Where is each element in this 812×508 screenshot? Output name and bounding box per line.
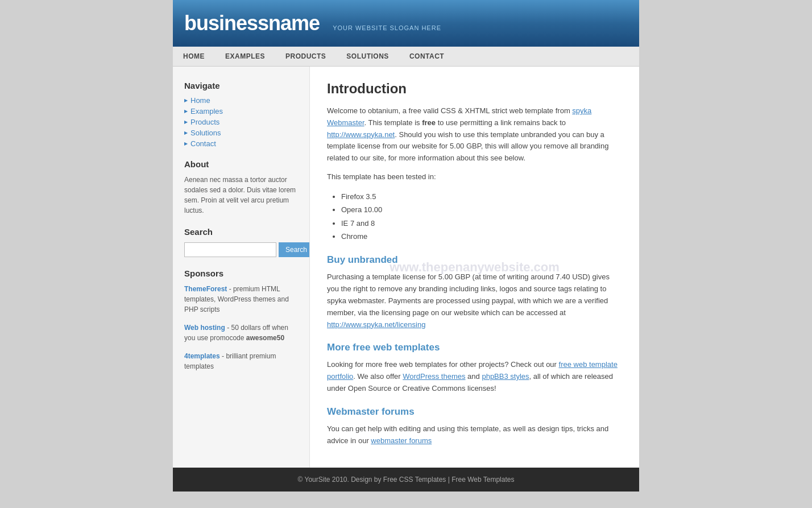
forums-text1: You can get help with editing and using … — [327, 424, 608, 445]
intro-text2: . This template is — [364, 118, 422, 127]
buy-paragraph: Purchasing a template license for 5.00 G… — [327, 271, 622, 331]
slogan: YOUR WEBSITE SLOGAN HERE — [333, 24, 441, 31]
content-wrapper: Navigate Home Examples Products Solution… — [173, 67, 639, 468]
forums-link[interactable]: webmaster forums — [371, 436, 432, 445]
search-input[interactable] — [184, 242, 276, 257]
search-heading: Search — [184, 227, 298, 237]
sidebar-link-solutions[interactable]: Solutions — [184, 129, 298, 137]
sponsor-themeforest-link[interactable]: ThemeForest — [184, 285, 227, 293]
sidebar-item-examples[interactable]: Examples — [184, 107, 298, 115]
intro-heading: Introduction — [327, 81, 622, 97]
search-row: Search — [184, 242, 298, 257]
sponsor-4templates-link[interactable]: 4templates — [184, 352, 220, 360]
more-link-wp[interactable]: WordPress themes — [403, 372, 465, 381]
intro-link-spykanet[interactable]: http://www.spyka.net — [327, 130, 395, 139]
nav-link-products[interactable]: PRODUCTS — [275, 47, 336, 66]
footer-separator: | — [446, 476, 451, 484]
more-text3: and — [466, 372, 482, 381]
nav-item-solutions[interactable]: SOLUTIONS — [336, 47, 399, 66]
brand: businessname YOUR WEBSITE SLOGAN HERE — [184, 11, 441, 35]
nav-item-examples[interactable]: EXAMPLES — [215, 47, 275, 66]
sidebar-item-solutions[interactable]: Solutions — [184, 129, 298, 137]
search-button[interactable]: Search — [279, 242, 314, 257]
search-section: Search Search — [184, 227, 298, 257]
sponsor-4templates: 4templates - brilliant premium templates — [184, 351, 298, 371]
main-nav: HOME EXAMPLES PRODUCTS SOLUTIONS CONTACT — [173, 47, 639, 67]
brand-regular: business — [184, 11, 268, 35]
sponsors-section: Sponsors ThemeForest - premium HTML temp… — [184, 269, 298, 371]
intro-text1: Welcome to obtanium, a free valid CSS & … — [327, 106, 572, 115]
more-paragraph: Looking for more free web templates for … — [327, 359, 622, 394]
about-text: Aenean nec massa a tortor auctor sodales… — [184, 175, 298, 216]
nav-link-home[interactable]: HOME — [173, 47, 215, 66]
intro-text3: to use permitting a link remains back to — [436, 118, 566, 127]
navigate-heading: Navigate — [184, 81, 298, 90]
intro-bold: free — [422, 118, 436, 127]
tested-item-ie: IE 7 and 8 — [341, 217, 622, 230]
header: businessname YOUR WEBSITE SLOGAN HERE — [173, 0, 639, 47]
more-text1: Looking for more free web templates for … — [327, 360, 559, 369]
footer-link-css[interactable]: Free CSS Templates — [383, 476, 446, 484]
intro-paragraph: Welcome to obtanium, a free valid CSS & … — [327, 105, 622, 164]
nav-link-examples[interactable]: EXAMPLES — [215, 47, 275, 66]
sidebar: Navigate Home Examples Products Solution… — [173, 67, 309, 468]
more-heading: More free web templates — [327, 342, 622, 353]
sidebar-nav-list: Home Examples Products Solutions Contact — [184, 96, 298, 148]
tested-item-chrome: Chrome — [341, 230, 622, 243]
sidebar-link-home[interactable]: Home — [184, 96, 298, 105]
forums-heading: Webmaster forums — [327, 406, 622, 418]
nav-item-contact[interactable]: CONTACT — [399, 47, 454, 66]
main-content: www.thepenanywebsite.com Introduction We… — [309, 67, 639, 468]
tested-list: Firefox 3.5 Opera 10.00 IE 7 and 8 Chrom… — [341, 190, 622, 243]
buy-link[interactable]: http://www.spyka.net/licensing — [327, 320, 425, 329]
buy-text: Purchasing a template license for 5.00 G… — [327, 272, 610, 316]
footer-link-web[interactable]: Free Web Templates — [451, 476, 514, 484]
footer-copyright: © YourSite 2010. Design by — [298, 476, 383, 484]
sidebar-link-products[interactable]: Products — [184, 118, 298, 126]
sidebar-item-products[interactable]: Products — [184, 118, 298, 126]
nav-item-products[interactable]: PRODUCTS — [275, 47, 336, 66]
buy-heading: Buy unbranded — [327, 254, 622, 266]
promo-code: awesome50 — [246, 334, 284, 342]
about-heading: About — [184, 159, 298, 169]
brand-text: businessname — [184, 11, 325, 35]
sidebar-item-home[interactable]: Home — [184, 96, 298, 105]
sidebar-link-examples[interactable]: Examples — [184, 107, 298, 115]
nav-link-solutions[interactable]: SOLUTIONS — [336, 47, 399, 66]
footer: © YourSite 2010. Design by Free CSS Temp… — [173, 468, 639, 492]
sidebar-link-contact[interactable]: Contact — [184, 139, 298, 148]
tested-item-opera: Opera 10.00 — [341, 203, 622, 216]
brand-bold: name — [268, 11, 320, 35]
forums-paragraph: You can get help with editing and using … — [327, 423, 622, 447]
nav-list: HOME EXAMPLES PRODUCTS SOLUTIONS CONTACT — [173, 47, 639, 66]
more-text2: . We also offer — [353, 372, 403, 381]
sponsor-webhosting-link[interactable]: Web hosting — [184, 324, 225, 332]
sponsor-themeforest: ThemeForest - premium HTML templates, Wo… — [184, 284, 298, 315]
sponsors-heading: Sponsors — [184, 269, 298, 278]
tested-item-firefox: Firefox 3.5 — [341, 190, 622, 203]
tested-text: This template has been tested in: — [327, 171, 622, 183]
more-link-phpbb[interactable]: phpBB3 styles — [482, 372, 529, 381]
nav-item-home[interactable]: HOME — [173, 47, 215, 66]
sidebar-item-contact[interactable]: Contact — [184, 139, 298, 148]
nav-link-contact[interactable]: CONTACT — [399, 47, 454, 66]
sponsor-webhosting: Web hosting - 50 dollars off when you us… — [184, 323, 298, 343]
